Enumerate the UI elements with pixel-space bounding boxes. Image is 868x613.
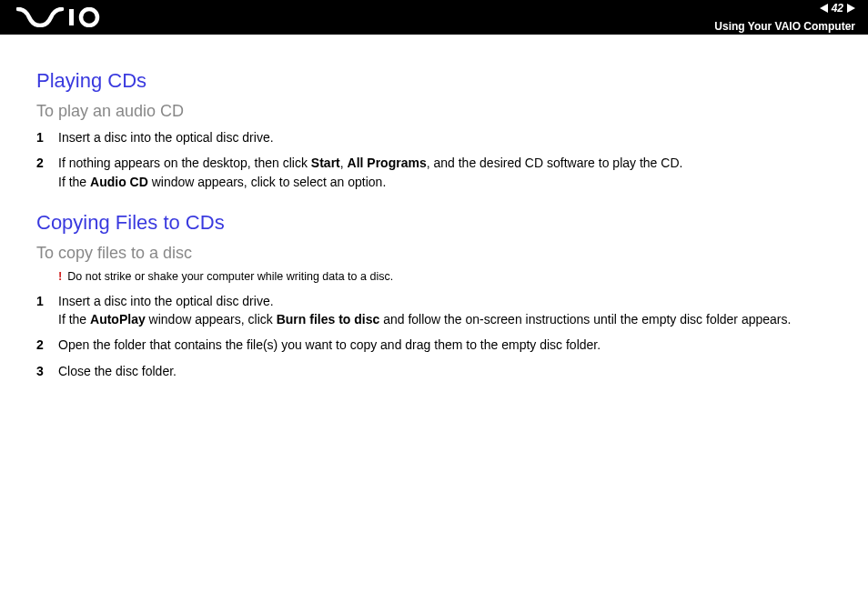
text-run: , [340,156,348,170]
step-text: Insert a disc into the optical disc driv… [58,292,843,329]
header-bar: 42 Using Your VAIO Computer [0,0,868,35]
svg-rect-0 [69,9,74,25]
page-nav: 42 [820,2,855,15]
subheading-copy-files: To copy files to a disc [36,244,843,263]
section-playing-cds: Playing CDs To play an audio CD 1 Insert… [36,69,843,191]
breadcrumb: Using Your VAIO Computer [714,20,855,33]
step-number: 1 [36,128,58,146]
step-text: If nothing appears on the desktop, then … [58,154,843,191]
text-run: window appears, click [146,312,277,327]
heading-copying-files: Copying Files to CDs [36,211,843,235]
text-run: window appears, click to select an optio… [148,175,386,189]
step-row: 2 If nothing appears on the desktop, the… [36,154,843,191]
warning-icon: ! [58,270,62,282]
step-row: 3 Close the disc folder. [36,362,843,380]
page-content: Playing CDs To play an audio CD 1 Insert… [0,35,868,406]
heading-playing-cds: Playing CDs [36,69,843,93]
step-number: 1 [36,292,58,310]
vaio-logo [16,7,116,27]
bold-run: Burn files to disc [277,312,380,327]
step-text: Close the disc folder. [58,362,843,380]
subheading-play-audio: To play an audio CD [36,102,843,121]
step-text: Insert a disc into the optical disc driv… [58,128,843,146]
step-number: 2 [36,154,58,172]
svg-point-1 [81,9,97,25]
bold-run: Audio CD [90,175,148,189]
step-text: Open the folder that contains the file(s… [58,336,843,354]
text-run: , and the desired CD software to play th… [427,156,683,170]
text-run: If the [58,175,90,189]
step-row: 1 Insert a disc into the optical disc dr… [36,292,843,329]
bold-run: Start [311,156,340,170]
next-page-icon[interactable] [847,4,855,13]
section-copying-files: Copying Files to CDs To copy files to a … [36,211,843,380]
bold-run: All Programs [348,156,427,170]
bold-run: AutoPlay [90,312,146,327]
warning-note: ! Do not strike or shake your computer w… [58,270,843,283]
text-run: and follow the on-screen instructions un… [379,312,791,327]
page-number: 42 [832,2,843,15]
step-row: 2 Open the folder that contains the file… [36,336,843,354]
warning-text: Do not strike or shake your computer whi… [67,270,393,283]
text-run: Insert a disc into the optical disc driv… [58,294,274,308]
text-run: If the [58,312,90,327]
step-number: 2 [36,336,58,354]
prev-page-icon[interactable] [820,4,828,13]
step-number: 3 [36,362,58,380]
text-run: If nothing appears on the desktop, then … [58,156,311,170]
step-row: 1 Insert a disc into the optical disc dr… [36,128,843,146]
